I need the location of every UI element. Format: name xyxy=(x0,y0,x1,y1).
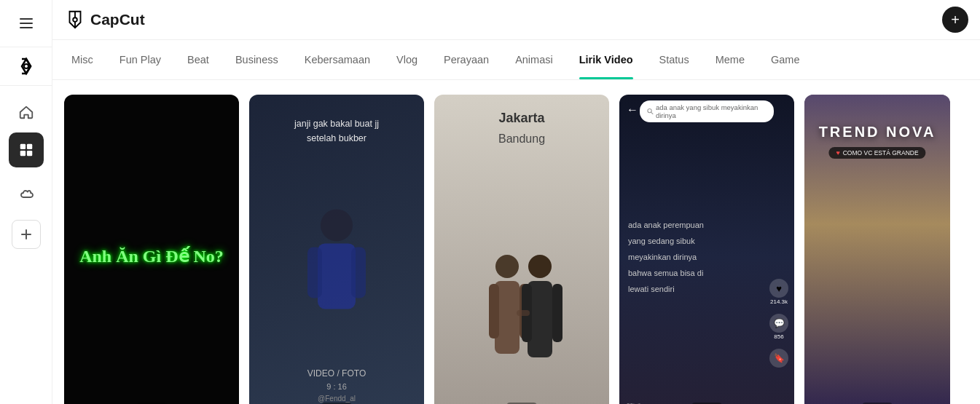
svg-rect-2 xyxy=(20,27,33,28)
svg-rect-22 xyxy=(552,284,562,342)
card2-text1: janji gak bakal buat jj setelah bukber xyxy=(249,116,424,146)
cloud-icon xyxy=(17,185,35,202)
card4-back: ← xyxy=(627,103,638,116)
tab-game[interactable]: Game xyxy=(758,40,813,79)
video-card-4[interactable]: ← ada anak yang sibuk meyakinkan dirinya… xyxy=(619,95,794,404)
hamburger-icon xyxy=(20,18,33,28)
capcut-logo-icon xyxy=(15,55,38,78)
tab-funplay[interactable]: Fun Play xyxy=(106,40,174,79)
video-card-3[interactable]: Jakarta Bandung xyxy=(434,95,609,404)
app-container: CapCut + Misc Fun Play Beat Business Keb… xyxy=(0,0,980,404)
svg-point-19 xyxy=(528,255,552,278)
content-area: Anh Ăn Gì Đế No? 00:16 janji gak bakal b… xyxy=(52,80,980,404)
sidebar-item-templates[interactable] xyxy=(9,132,44,167)
tab-meme[interactable]: Meme xyxy=(702,40,758,79)
tab-perayaan[interactable]: Perayaan xyxy=(431,40,502,79)
sidebar-item-cloud[interactable] xyxy=(9,176,44,211)
svg-rect-0 xyxy=(20,18,33,20)
video-card-5[interactable]: TREND NOVA ♥ COMO VC ESTÁ GRANDE 00:18 xyxy=(804,95,950,404)
card4-bookmark: 🔖 xyxy=(769,349,788,368)
svg-point-10 xyxy=(74,18,77,21)
tab-business[interactable]: Business xyxy=(222,40,291,79)
sidebar-item-home[interactable] xyxy=(9,95,44,130)
svg-rect-1 xyxy=(20,23,33,24)
svg-rect-6 xyxy=(26,144,31,149)
video-card-1[interactable]: Anh Ăn Gì Đế No? 00:16 xyxy=(64,95,239,404)
svg-rect-12 xyxy=(318,243,356,309)
card3-city1: Jakarta xyxy=(434,111,609,126)
logo-text: CapCut xyxy=(90,11,145,28)
tab-animasi[interactable]: Animasi xyxy=(502,40,566,79)
video-card-2[interactable]: janji gak bakal buat jj setelah bukber xyxy=(249,95,424,404)
video-cards: Anh Ăn Gì Đế No? 00:16 janji gak bakal b… xyxy=(64,95,968,404)
card4-stats: ♥ 214.3k 💬 856 🔖 xyxy=(769,279,788,368)
svg-point-11 xyxy=(321,209,353,241)
top-strip: CapCut + xyxy=(52,0,980,40)
svg-rect-7 xyxy=(20,151,25,156)
sidebar-add-button[interactable] xyxy=(12,220,41,249)
svg-point-15 xyxy=(495,255,519,278)
card5-badge: ♥ COMO VC ESTÁ GRANDE xyxy=(828,147,925,159)
svg-point-4 xyxy=(24,64,28,68)
hamburger-button[interactable] xyxy=(12,9,41,38)
card2-ratio: 9 : 16 xyxy=(249,382,424,391)
add-icon xyxy=(20,229,32,240)
card1-text: Anh Ăn Gì Đế No? xyxy=(79,245,224,268)
sidebar xyxy=(0,0,52,404)
svg-rect-13 xyxy=(307,247,322,298)
logo-area xyxy=(0,47,52,86)
plus-button[interactable]: + xyxy=(942,7,968,33)
svg-rect-5 xyxy=(20,144,25,149)
card2-videofoto: VIDEO / FOTO xyxy=(249,368,424,379)
card2-handle: @Fendd_al xyxy=(249,395,424,403)
svg-rect-14 xyxy=(351,247,366,298)
svg-rect-23 xyxy=(517,310,530,316)
tab-status[interactable]: Status xyxy=(646,40,702,79)
svg-rect-8 xyxy=(26,151,31,156)
tab-misc[interactable]: Misc xyxy=(58,40,106,79)
home-icon xyxy=(18,104,34,120)
card5-brand: TREND NOVA xyxy=(804,124,950,140)
card3-city2: Bandung xyxy=(434,132,609,146)
template-icon xyxy=(18,142,34,158)
card5-bg xyxy=(804,95,950,404)
sidebar-top xyxy=(0,0,52,47)
card2-person xyxy=(293,203,380,337)
card4-content: ada anak perempuanyang sedang sibukmeyak… xyxy=(628,217,762,297)
sidebar-icons xyxy=(0,86,52,258)
tab-beat[interactable]: Beat xyxy=(174,40,222,79)
card4-comment: 💬 856 xyxy=(769,314,788,340)
search-icon xyxy=(647,108,654,115)
svg-rect-17 xyxy=(489,284,499,338)
tab-kebersamaan[interactable]: Kebersamaan xyxy=(291,40,383,79)
card3-couple xyxy=(467,252,576,400)
card4-like: ♥ 214.3k xyxy=(769,279,788,305)
card1-content: Anh Ăn Gì Đế No? xyxy=(65,231,238,282)
tab-lirikvideo[interactable]: Lirik Video xyxy=(566,40,646,79)
tabs-row: Misc Fun Play Beat Business Kebersamaan … xyxy=(52,40,980,80)
card4-search: ada anak yang sibuk meyakinkan dirinya xyxy=(640,100,774,122)
capcut-logo: CapCut xyxy=(64,9,145,31)
capcut-logo-small-icon xyxy=(64,9,86,31)
main-area: CapCut + Misc Fun Play Beat Business Keb… xyxy=(52,0,980,404)
tab-vlog[interactable]: Vlog xyxy=(383,40,431,79)
